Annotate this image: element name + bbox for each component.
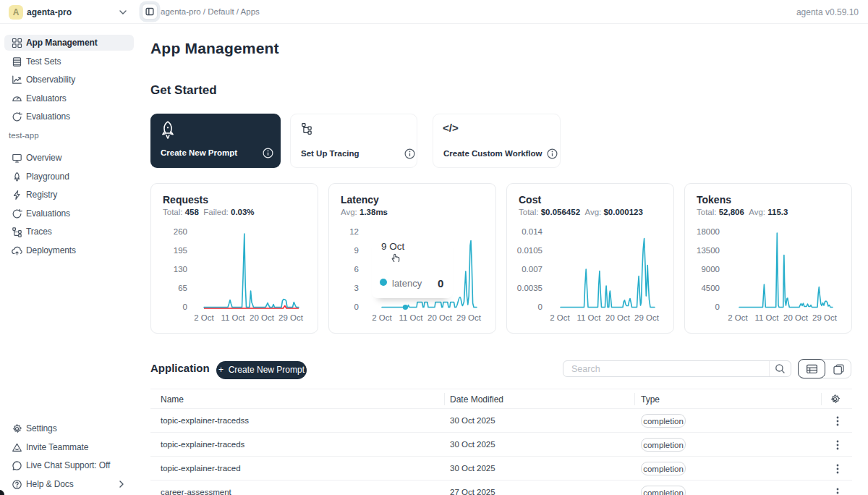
svg-text:11 Oct: 11 Oct xyxy=(576,313,601,322)
svg-text:18000: 18000 xyxy=(697,227,720,236)
svg-text:9: 9 xyxy=(354,246,359,255)
svg-text:3: 3 xyxy=(354,284,359,292)
svg-text:0: 0 xyxy=(538,302,542,311)
svg-text:29 Oct: 29 Oct xyxy=(634,313,660,322)
svg-text:29 Oct: 29 Oct xyxy=(456,313,482,322)
svg-text:20 Oct: 20 Oct xyxy=(427,313,453,322)
svg-text:2 Oct: 2 Oct xyxy=(372,313,392,322)
svg-text:2 Oct: 2 Oct xyxy=(194,313,214,322)
svg-text:0.0035: 0.0035 xyxy=(517,284,542,292)
svg-text:20 Oct: 20 Oct xyxy=(250,313,275,322)
svg-text:20 Oct: 20 Oct xyxy=(605,313,631,322)
svg-text:0: 0 xyxy=(715,302,720,311)
svg-text:0.007: 0.007 xyxy=(522,265,542,274)
svg-text:4500: 4500 xyxy=(701,284,720,292)
svg-text:260: 260 xyxy=(174,227,187,236)
svg-text:11 Oct: 11 Oct xyxy=(754,313,779,322)
svg-text:9000: 9000 xyxy=(701,265,720,274)
svg-text:195: 195 xyxy=(174,246,187,255)
svg-text:130: 130 xyxy=(174,265,187,274)
svg-text:29 Oct: 29 Oct xyxy=(278,313,304,322)
svg-text:13500: 13500 xyxy=(697,246,720,255)
svg-text:12: 12 xyxy=(349,227,359,236)
svg-text:65: 65 xyxy=(178,284,187,292)
svg-text:11 Oct: 11 Oct xyxy=(221,313,245,322)
svg-text:20 Oct: 20 Oct xyxy=(783,313,809,322)
svg-text:11 Oct: 11 Oct xyxy=(399,313,423,322)
svg-text:0: 0 xyxy=(354,302,359,311)
svg-text:6: 6 xyxy=(354,265,359,274)
svg-text:0: 0 xyxy=(183,302,187,311)
svg-text:2 Oct: 2 Oct xyxy=(550,313,570,322)
svg-text:29 Oct: 29 Oct xyxy=(812,313,838,322)
svg-text:0.0105: 0.0105 xyxy=(517,246,542,255)
svg-text:2 Oct: 2 Oct xyxy=(728,313,748,322)
svg-text:0.014: 0.014 xyxy=(522,227,542,236)
